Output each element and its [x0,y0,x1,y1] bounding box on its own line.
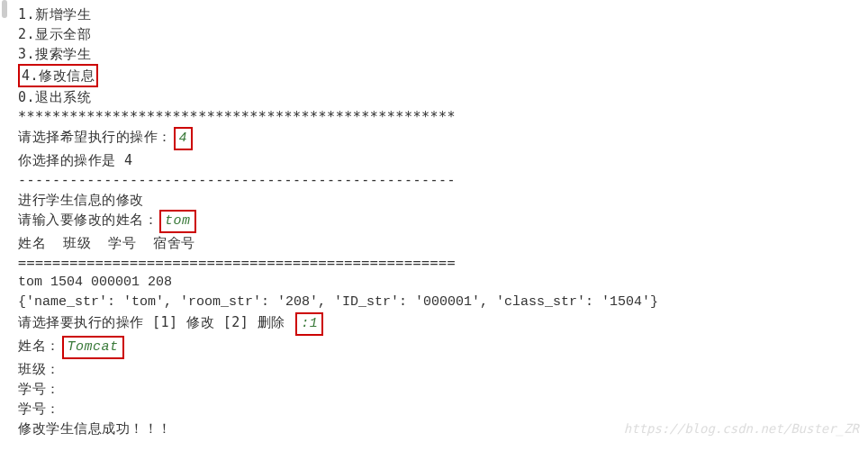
divider-stars: ****************************************… [18,107,868,127]
label-id-1: 学号： [18,379,868,399]
echo-choice: 你选择的操作是 4 [18,150,868,170]
label-id-2: 学号： [18,399,868,419]
prompt-select-line: 请选择希望执行的操作：4 [18,127,868,150]
dict-line: {'name_str': 'tom', 'room_str': '208', '… [18,293,868,312]
menu-item-4-wrapper: 4.修改信息 [18,64,868,87]
label-class: 班级： [18,359,868,379]
newname-line: 姓名：Tomcat [18,336,868,359]
watermark: https://blog.csdn.net/Buster_ZR [624,419,859,438]
menu-item-0: 0.退出系统 [18,87,868,107]
modify-title: 进行学生信息的修改 [18,190,868,210]
input-action[interactable]: :1 [295,312,323,336]
input-newname[interactable]: Tomcat [62,336,124,359]
divider-dash: ----------------------------------------… [18,170,868,190]
scrollbar-thumb[interactable] [2,0,7,18]
table-headers: 姓名 班级 学号 宿舍号 [18,233,868,253]
label-name: 姓名： [18,338,60,354]
prompt-action-line: 请选择要执行的操作 [1] 修改 [2] 删除 :1 [18,312,868,336]
prompt-action-label: 请选择要执行的操作 [1] 修改 [2] 删除 [18,314,294,330]
menu-item-2: 2.显示全部 [18,24,868,44]
prompt-select-label: 请选择希望执行的操作： [18,129,172,145]
menu-item-1: 1.新增学生 [18,5,868,24]
input-choice[interactable]: 4 [174,127,194,150]
prompt-name-line: 请输入要修改的姓名：tom [18,210,868,233]
menu-item-3: 3.搜索学生 [18,44,868,64]
record-line: tom 1504 000001 208 [18,273,868,293]
menu-item-4-highlight: 4.修改信息 [18,64,98,87]
input-name[interactable]: tom [159,210,196,233]
prompt-name-label: 请输入要修改的姓名： [18,212,158,228]
divider-eq: ========================================… [18,253,868,273]
